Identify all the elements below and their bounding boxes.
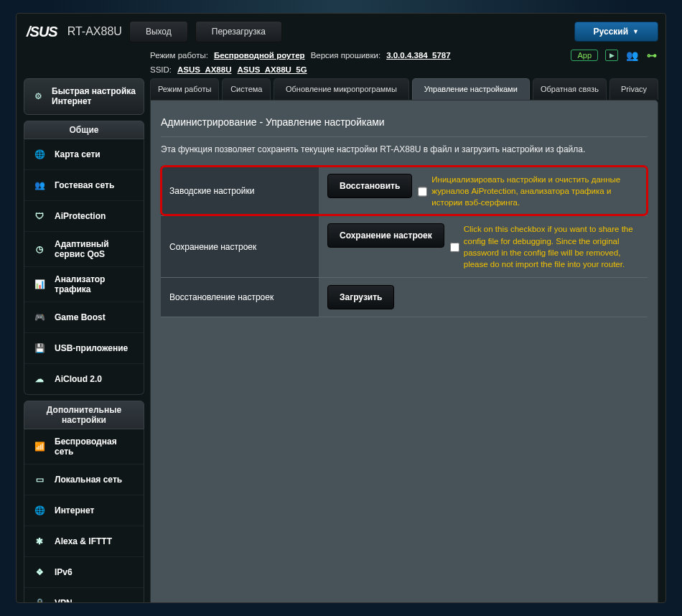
initialize-checkbox[interactable] [418,175,427,208]
app-button[interactable]: App [571,50,598,61]
lock-icon: 🔒 [32,595,47,603]
sidebar-group-advanced: Дополнительные настройки [24,401,144,429]
sidebar-item-ipv6[interactable]: ❖IPv6 [24,557,144,588]
fw-link[interactable]: 3.0.0.4.384_5787 [386,51,451,60]
users-icon[interactable]: 👥 [625,50,638,61]
ssid-2: ASUS_AX88U_5G [237,65,307,74]
ssid-1: ASUS_AX88U [177,65,231,74]
page-title: Администрирование - Управление настройка… [161,111,648,137]
sidebar-item-usb[interactable]: 💾USB-приложение [24,333,144,364]
initialize-note: Инициализировать настройки и очистить да… [431,174,639,208]
logout-button[interactable]: Выход [129,21,188,42]
model-name: RT-AX88U [67,25,122,38]
sidebar-item-traffic[interactable]: 📊Анализатор трафика [24,267,144,302]
gamepad-icon: 🎮 [32,309,47,325]
tab-settings-mgmt[interactable]: Управление настройками [412,78,530,100]
wifi-icon: 📶 [32,439,47,454]
sidebar-group-general: Общие [24,121,144,139]
shield-icon: 🛡 [32,208,47,224]
fw-label: Версия прошивки: [311,51,381,60]
gear-icon: ⚙ [30,88,46,104]
usb-icon: 💾 [32,340,47,356]
play-icon[interactable]: ▶ [605,50,618,61]
ssid-label: SSID: [150,65,172,74]
sidebar-item-aicloud[interactable]: ☁AiCloud 2.0 [24,364,144,394]
sidebar-item-network-map[interactable]: 🌐Карта сети [24,139,144,170]
save-label: Сохранение настроек [161,216,319,276]
row-restore-settings: Восстановление настроек Загрузить [161,277,648,317]
mode-link[interactable]: Беспроводной роутер [214,51,305,60]
language-selector[interactable]: Русский ▼ [574,22,658,42]
upload-button[interactable]: Загрузить [327,285,394,309]
share-config-note: Click on this checkbox if you want to sh… [464,223,639,269]
globe-icon: 🌐 [32,503,47,518]
ipv6-icon: ❖ [32,564,47,580]
reboot-button[interactable]: Перезагрузка [195,21,282,42]
users-icon: 👥 [32,177,47,193]
sidebar-item-gameboost[interactable]: 🎮Game Boost [24,302,144,333]
gauge-icon: ◷ [32,241,47,257]
upload-label: Восстановление настроек [161,278,319,317]
sidebar-item-qos[interactable]: ◷Адаптивный сервис QoS [24,232,144,267]
sidebar-item-wan[interactable]: 🌐Интернет [24,495,144,526]
language-label: Русский [594,27,629,37]
row-factory-defaults: Заводские настройки Восстановить Инициал… [161,166,648,215]
globe-icon: 🌐 [32,146,47,162]
chart-icon: 📊 [32,276,47,292]
mode-label: Режим работы: [150,51,208,60]
sidebar-item-lan[interactable]: ▭Локальная сеть [24,465,144,495]
restore-button[interactable]: Восстановить [327,174,412,198]
sidebar-item-guest[interactable]: 👥Гостевая сеть [24,170,144,201]
sidebar-item-vpn[interactable]: 🔒VPN [24,588,144,603]
tab-firmware[interactable]: Обновление микропрограммы [274,78,408,100]
row-save-settings: Сохранение настроек Сохранение настроек … [161,215,648,276]
sidebar-item-alexa[interactable]: ✱Alexa & IFTTT [24,526,144,557]
ethernet-icon: ▭ [32,472,47,487]
share-config-checkbox[interactable] [450,225,459,269]
quick-setup-label: Быстрая настройка Интернет [52,86,138,107]
tab-operation-mode[interactable]: Режим работы [150,78,219,100]
quick-setup-button[interactable]: ⚙ Быстрая настройка Интернет [24,78,144,115]
save-settings-button[interactable]: Сохранение настроек [327,223,444,248]
sparkle-icon: ✱ [32,533,47,549]
chevron-down-icon: ▼ [632,28,639,35]
brand-logo: /SUS [24,24,57,40]
cloud-icon: ☁ [32,371,47,387]
tab-privacy[interactable]: Privacy [609,78,658,100]
factory-label: Заводские настройки [161,167,319,215]
tab-system[interactable]: Система [222,78,271,100]
sidebar-item-aiprotection[interactable]: 🛡AiProtection [24,201,144,232]
tab-feedback[interactable]: Обратная связь [533,78,607,100]
page-description: Эта функция позволяет сохранять текущие … [161,144,648,154]
sidebar-item-wireless[interactable]: 📶Беспроводная сеть [24,429,144,465]
usb-icon[interactable]: ⊶ [645,50,658,61]
